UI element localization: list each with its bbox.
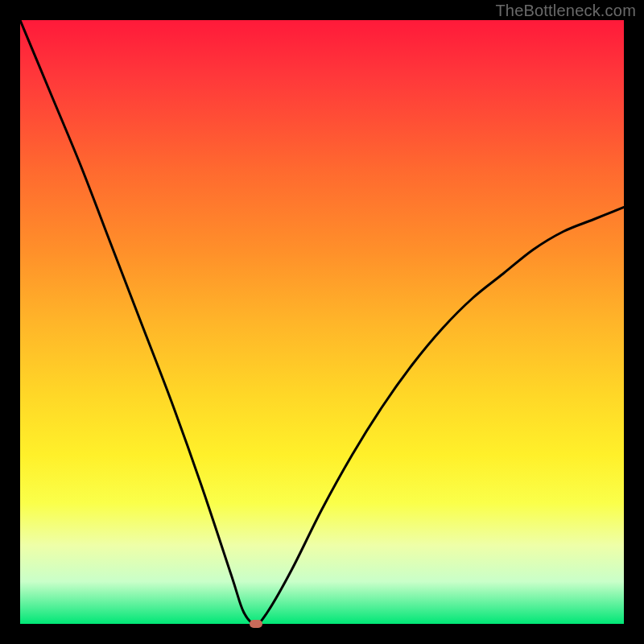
chart-frame: TheBottleneck.com	[0, 0, 644, 644]
bottleneck-curve	[20, 20, 624, 624]
optimal-marker	[250, 620, 262, 628]
watermark-text: TheBottleneck.com	[495, 2, 636, 20]
plot-area	[20, 20, 624, 624]
